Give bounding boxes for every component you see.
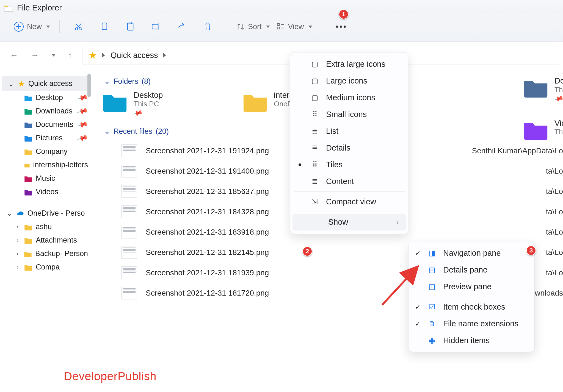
breadcrumb-location[interactable]: Quick access bbox=[111, 51, 158, 60]
expand-icon[interactable]: › bbox=[14, 237, 21, 244]
file-thumbnail bbox=[122, 287, 137, 299]
tile-sub: This PC bbox=[554, 85, 563, 94]
new-button[interactable]: New bbox=[10, 20, 53, 34]
view-label: View bbox=[288, 23, 304, 31]
tile-sub: This PC bbox=[554, 128, 563, 136]
star-icon: ★ bbox=[89, 50, 97, 61]
menu-item-label: Extra large icons bbox=[326, 60, 385, 69]
submenu-item-label: Item check boxes bbox=[443, 302, 505, 312]
menu-item-large-icons[interactable]: ▢ Large icons bbox=[290, 73, 408, 89]
pin-icon: 📌 bbox=[132, 108, 143, 118]
show-submenu: ◨ Navigation pane ▤ Details pane ◫ Previ… bbox=[408, 242, 535, 352]
history-button[interactable] bbox=[52, 54, 56, 57]
chevron-right-icon[interactable] bbox=[163, 53, 166, 57]
menu-item-small-icons[interactable]: ⠿ Small icons bbox=[290, 106, 408, 123]
sidebar-item-onedrive[interactable]: ⌄ OneDrive - Perso bbox=[0, 206, 92, 220]
collapse-icon[interactable]: ⌄ bbox=[6, 209, 13, 218]
svg-rect-7 bbox=[277, 24, 279, 26]
more-button[interactable] bbox=[333, 20, 349, 34]
sort-button[interactable]: Sort bbox=[233, 20, 273, 33]
forward-button[interactable]: → bbox=[31, 51, 39, 60]
expand-icon[interactable]: › bbox=[14, 264, 21, 271]
file-thumbnail bbox=[122, 185, 137, 198]
up-button[interactable]: ↑ bbox=[68, 51, 72, 60]
file-thumbnail bbox=[122, 246, 137, 259]
submenu-item-item-check-boxes[interactable]: ☑ Item check boxes bbox=[409, 299, 534, 315]
back-button[interactable]: ← bbox=[10, 51, 18, 60]
file-path: ta\Lo bbox=[546, 187, 563, 196]
sidebar-item-pictures[interactable]: Pictures 📌 bbox=[0, 131, 92, 145]
expand-icon[interactable]: › bbox=[14, 250, 21, 257]
ellipsis-icon bbox=[336, 26, 346, 28]
expand-icon[interactable]: › bbox=[14, 223, 21, 230]
submenu-item-label: Preview pane bbox=[443, 282, 492, 291]
folder-icon bbox=[24, 121, 32, 128]
recent-header-label: Recent files bbox=[114, 127, 152, 136]
paste-button[interactable] bbox=[122, 20, 138, 34]
menu-item-details[interactable]: ≣ Details bbox=[290, 140, 408, 156]
folders-header-label: Folders bbox=[114, 77, 138, 86]
menu-item-show[interactable]: Show › bbox=[292, 214, 406, 230]
collapse-icon[interactable]: ⌄ bbox=[104, 127, 110, 136]
annotation-badge-1: 1 bbox=[339, 9, 349, 19]
delete-button[interactable] bbox=[200, 20, 216, 34]
folder-icon bbox=[24, 188, 32, 196]
view-mode-icon: ≣ bbox=[311, 127, 319, 135]
view-button[interactable]: View bbox=[273, 20, 316, 33]
sidebar-item-attachments[interactable]: › Attachments bbox=[0, 233, 92, 247]
file-thumbnail bbox=[122, 144, 137, 157]
sidebar-item-internship-letters[interactable]: internship-letters bbox=[0, 158, 92, 172]
file-name: Screenshot 2021-12-31 181720.png bbox=[146, 289, 289, 298]
sidebar-item-downloads[interactable]: Downloads 📌 bbox=[0, 104, 92, 118]
sidebar-item-label: Documents bbox=[36, 120, 73, 129]
sidebar-item-ashu[interactable]: › ashu bbox=[0, 220, 92, 233]
compact-icon: ⇲ bbox=[311, 198, 319, 206]
sidebar-item-desktop[interactable]: Desktop 📌 bbox=[0, 91, 92, 104]
collapse-icon[interactable]: ⌄ bbox=[104, 77, 110, 86]
submenu-item-navigation-pane[interactable]: ◨ Navigation pane bbox=[409, 245, 534, 262]
folder-tile[interactable]: Desktop This PC 📌 bbox=[102, 91, 231, 117]
submenu-item-details-pane[interactable]: ▤ Details pane bbox=[409, 262, 534, 278]
cut-button[interactable] bbox=[71, 20, 87, 34]
view-mode-icon: ▢ bbox=[311, 60, 319, 68]
menu-item-tiles[interactable]: ⠿ Tiles bbox=[290, 156, 408, 173]
sidebar-item-label: Music bbox=[36, 174, 55, 183]
rename-button[interactable] bbox=[148, 20, 164, 34]
chevron-right-icon: › bbox=[396, 218, 399, 226]
menu-item-compact-view[interactable]: ⇲ Compact view bbox=[290, 193, 408, 210]
sidebar-item-quick-access[interactable]: ⌄ ★ Quick access bbox=[2, 76, 89, 91]
submenu-item-hidden-items[interactable]: ◉ Hidden items bbox=[409, 332, 534, 349]
submenu-icon: ☑ bbox=[428, 303, 436, 311]
sidebar-item-backup-person[interactable]: › Backup- Person bbox=[0, 247, 92, 260]
menu-item-list[interactable]: ≣ List bbox=[290, 123, 408, 140]
copy-button[interactable] bbox=[96, 20, 112, 34]
folder-tile[interactable]: Documents This PC 📌 bbox=[523, 76, 563, 103]
view-mode-icon: ⠿ bbox=[311, 110, 319, 119]
show-label: Show bbox=[328, 218, 348, 227]
menu-item-label: Content bbox=[326, 177, 354, 186]
sidebar-item-music[interactable]: Music bbox=[0, 172, 92, 185]
sidebar-item-company[interactable]: Company bbox=[0, 145, 92, 158]
sidebar-item-documents[interactable]: Documents 📌 bbox=[0, 118, 92, 131]
sidebar-item-videos[interactable]: Videos bbox=[0, 185, 92, 199]
sidebar-item-label: Attachments bbox=[36, 236, 77, 244]
menu-item-content[interactable]: ≣ Content bbox=[290, 173, 408, 190]
sidebar-item-compa[interactable]: › Compa bbox=[0, 260, 92, 274]
menu-item-medium-icons[interactable]: ▢ Medium icons bbox=[290, 89, 408, 106]
onedrive-label: OneDrive - Perso bbox=[27, 209, 85, 218]
folder-icon bbox=[102, 91, 128, 112]
folder-icon bbox=[24, 135, 32, 142]
menu-item-label: Tiles bbox=[326, 160, 343, 169]
folder-icon bbox=[523, 119, 548, 140]
share-button[interactable] bbox=[174, 20, 190, 34]
menu-item-label: Details bbox=[326, 143, 351, 152]
svg-rect-0 bbox=[4, 7, 13, 11]
menu-item-extra-large-icons[interactable]: ▢ Extra large icons bbox=[290, 56, 408, 73]
view-mode-icon: ≣ bbox=[311, 177, 319, 186]
new-label: New bbox=[27, 23, 42, 31]
submenu-item-preview-pane[interactable]: ◫ Preview pane bbox=[409, 278, 534, 295]
submenu-item-file-name-extensions[interactable]: 🗎 File name extensions bbox=[409, 315, 534, 332]
submenu-icon: ◫ bbox=[428, 282, 436, 291]
folder-tile[interactable]: Videos This PC bbox=[523, 119, 563, 140]
collapse-icon[interactable]: ⌄ bbox=[8, 79, 14, 88]
